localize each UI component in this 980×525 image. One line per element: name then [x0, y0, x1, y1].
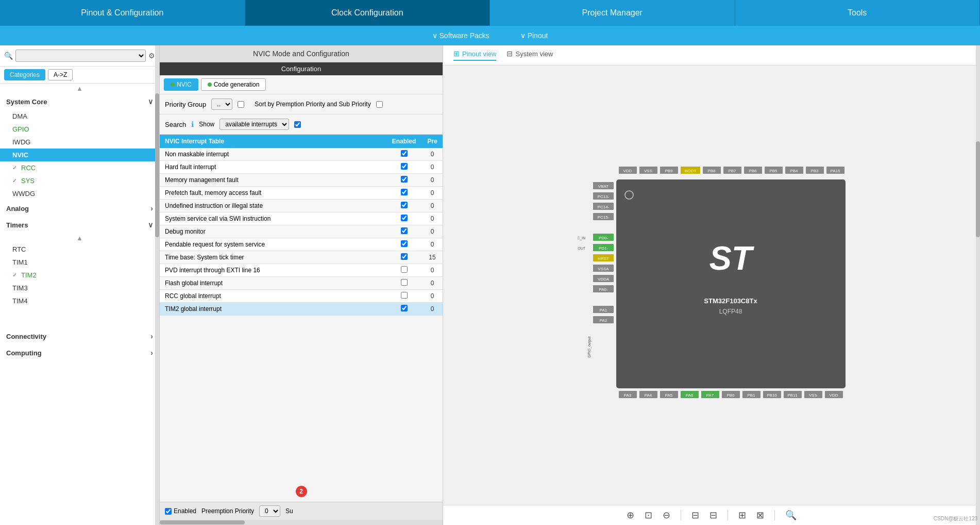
- table-row[interactable]: RCC global interrupt 0: [160, 290, 443, 303]
- enabled-cell[interactable]: [386, 253, 422, 261]
- right-resize-handle[interactable]: [976, 45, 980, 525]
- flip-v-button[interactable]: ⊟: [709, 510, 717, 521]
- sidebar-item-rtc[interactable]: RTC: [0, 243, 159, 256]
- zoom-out-button[interactable]: ⊖: [663, 510, 670, 521]
- sidebar-item-rcc[interactable]: RCC: [0, 161, 159, 174]
- section-header-computing[interactable]: Computing ›: [0, 344, 159, 361]
- enabled-cell[interactable]: [386, 202, 422, 210]
- sidebar-item-nvic[interactable]: NVIC 1: [0, 149, 159, 161]
- bottom-enabled-checkbox[interactable]: [165, 508, 172, 515]
- scroll-up-timers-btn[interactable]: ▲: [0, 233, 159, 243]
- enabled-cell[interactable]: [386, 163, 422, 171]
- table-row[interactable]: Memory management fault 0: [160, 174, 443, 187]
- sidebar-item-tim1[interactable]: TIM1: [0, 256, 159, 269]
- info-icon[interactable]: ℹ: [191, 120, 194, 128]
- nav-clock[interactable]: Clock Configuration: [245, 0, 491, 26]
- enabled-cell[interactable]: [386, 189, 422, 197]
- interrupt-name: Prefetch fault, memory access fault: [160, 187, 386, 199]
- priority-group-row: Priority Group .. Sort by Premption Prio…: [160, 94, 443, 114]
- gear-icon[interactable]: ⚙: [148, 52, 155, 60]
- enabled-cell[interactable]: [386, 176, 422, 184]
- tab-categories[interactable]: Categories: [4, 69, 45, 80]
- table-row[interactable]: Non maskable interrupt 0: [160, 148, 443, 161]
- h-scrollbar[interactable]: [160, 520, 443, 525]
- sidebar-item-sys[interactable]: SYS: [0, 174, 159, 187]
- sidebar-vscrollbar[interactable]: [155, 45, 159, 525]
- enabled-cell[interactable]: [386, 305, 422, 313]
- scroll-up-btn[interactable]: ▲: [0, 84, 159, 93]
- interrupt-name: Pendable request for system service: [160, 238, 386, 251]
- svg-rect-23: [616, 179, 846, 388]
- pre-cell: 0: [422, 292, 443, 300]
- table-row-highlighted[interactable]: TIM2 global interrupt 0: [160, 303, 443, 316]
- enabled-cell[interactable]: [386, 215, 422, 223]
- sort-checkbox-2[interactable]: [376, 101, 383, 108]
- svg-text:PB9: PB9: [665, 169, 673, 173]
- enabled-cell[interactable]: [386, 227, 422, 236]
- svg-text:PD1-: PD1-: [599, 246, 609, 251]
- priority-group-select[interactable]: ..: [211, 99, 232, 110]
- right-panel: ⊞ Pinout view ⊟ System view VDD VSS PB9: [443, 45, 980, 525]
- pre-cell: 0: [422, 267, 443, 274]
- sidebar-item-gpio[interactable]: GPIO: [0, 123, 159, 136]
- section-header-analog[interactable]: Analog ›: [0, 200, 159, 217]
- table-row[interactable]: Time base: System tick timer 15: [160, 251, 443, 264]
- enabled-cell[interactable]: [386, 240, 422, 249]
- sidebar-item-iwdg[interactable]: IWDG: [0, 136, 159, 149]
- enabled-cell[interactable]: [386, 279, 422, 287]
- reset-button[interactable]: ⊠: [756, 510, 764, 521]
- enabled-cell[interactable]: [386, 292, 422, 300]
- section-header-system-core[interactable]: System Core ∨: [0, 93, 159, 110]
- svg-text:VDD: VDD: [830, 393, 838, 398]
- grid-button[interactable]: ⊞: [738, 510, 746, 521]
- show-select[interactable]: available interrupts all interrupts enab…: [219, 119, 289, 130]
- table-row[interactable]: PVD interrupt through EXTI line 16 0: [160, 264, 443, 277]
- watermark: CSDN@极云社123: [934, 515, 977, 522]
- fit-button[interactable]: ⊡: [645, 510, 652, 521]
- table-row[interactable]: Debug monitor 0: [160, 225, 443, 238]
- subnav-pinout[interactable]: ∨ Pinout: [520, 31, 548, 40]
- section-computing: Computing ›: [0, 344, 159, 361]
- panel-title: NVIC Mode and Configuration: [160, 45, 443, 62]
- sidebar-search-dropdown[interactable]: [15, 50, 146, 62]
- flip-h-button[interactable]: ⊟: [691, 510, 699, 521]
- enabled-cell[interactable]: [386, 150, 422, 158]
- tab-pinout-view[interactable]: ⊞ Pinout view: [453, 50, 496, 61]
- sort-checkbox[interactable]: [238, 101, 244, 108]
- nav-project[interactable]: Project Manager: [490, 0, 735, 26]
- tab-az[interactable]: A->Z: [48, 69, 73, 80]
- table-row[interactable]: Undefined instruction or illegal state 0: [160, 200, 443, 212]
- nvic-dot: [171, 83, 175, 87]
- interrupt-name: TIM2 global interrupt: [160, 303, 386, 315]
- svg-text:PA6: PA6: [686, 393, 694, 398]
- table-row[interactable]: System service call via SWI instruction …: [160, 212, 443, 225]
- sidebar-item-tim3[interactable]: TIM3: [0, 282, 159, 294]
- config-tab-code-gen[interactable]: Code generation: [201, 78, 266, 91]
- search-icon: 🔍: [4, 52, 13, 60]
- sidebar-item-wwdg[interactable]: WWDG: [0, 187, 159, 200]
- sidebar-item-tim4[interactable]: TIM4: [0, 294, 159, 307]
- subnav-software-packs[interactable]: ∨ Software Packs: [432, 31, 489, 40]
- svg-text:STM32F103C8Tx: STM32F103C8Tx: [704, 297, 757, 305]
- interrupt-name: Hard fault interrupt: [160, 161, 386, 173]
- table-row[interactable]: Hard fault interrupt 0: [160, 161, 443, 174]
- sidebar-item-dma[interactable]: DMA: [0, 110, 159, 123]
- sidebar-item-tim2[interactable]: TIM2: [0, 269, 159, 282]
- search-chip-button[interactable]: 🔍: [785, 510, 797, 521]
- zoom-in-button[interactable]: ⊕: [627, 510, 634, 521]
- nav-tools[interactable]: Tools: [735, 0, 981, 26]
- tab-system-view[interactable]: ⊟ System view: [506, 50, 553, 61]
- interrupt-name: System service call via SWI instruction: [160, 212, 386, 225]
- show-enabled-checkbox[interactable]: [294, 121, 301, 128]
- preemption-select[interactable]: 0 1: [259, 505, 280, 517]
- config-tab-nvic[interactable]: NVIC: [164, 78, 198, 91]
- interrupt-name: RCC global interrupt: [160, 290, 386, 302]
- table-row[interactable]: Prefetch fault, memory access fault 0: [160, 187, 443, 200]
- nav-pinout[interactable]: Pinout & Configuration: [0, 0, 245, 26]
- table-row[interactable]: Pendable request for system service 0: [160, 238, 443, 251]
- svg-text:PB7: PB7: [728, 169, 736, 173]
- section-header-timers[interactable]: Timers ∨: [0, 217, 159, 233]
- table-row[interactable]: Flash global interrupt 0: [160, 277, 443, 290]
- section-header-connectivity[interactable]: Connectivity ›: [0, 328, 159, 344]
- enabled-cell[interactable]: [386, 266, 422, 274]
